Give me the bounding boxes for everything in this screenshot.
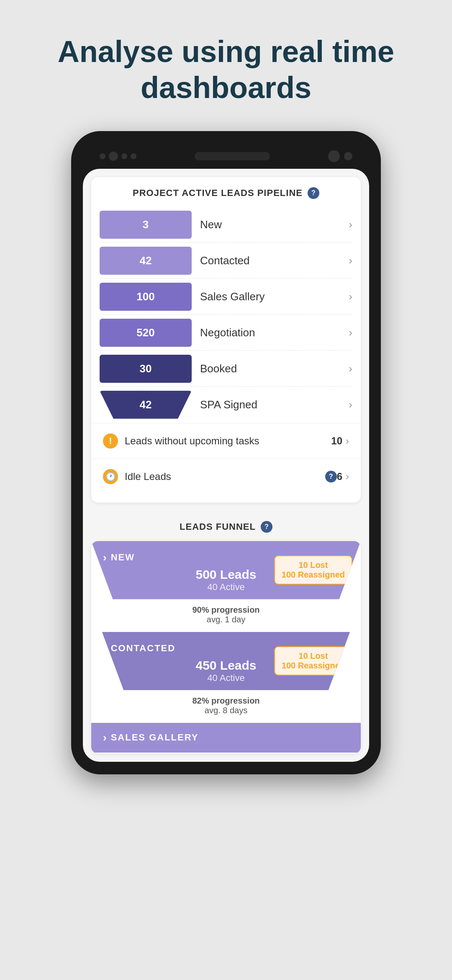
chevron-new: › — [349, 218, 352, 231]
label-spa: SPA Signed — [192, 398, 349, 411]
funnel-contacted-lost: 10 Lost — [282, 651, 345, 661]
bar-booked-container: 30 — [100, 355, 192, 383]
front-camera-small — [100, 153, 105, 159]
funnel-stage-new[interactable]: › NEW 500 Leads 40 Active 10 Lost 100 Re… — [91, 541, 361, 631]
alert-row-idle[interactable]: 🕐 Idle Leads ? 6 › — [91, 459, 361, 494]
funnel-contacted-chevron-icon: › — [103, 642, 107, 655]
bar-new-value: 3 — [143, 218, 149, 231]
bar-negotiation: 520 — [100, 319, 192, 347]
bar-spa-value: 42 — [140, 398, 152, 411]
funnel-title: LEADS FUNNEL — [180, 521, 256, 532]
funnel-new-progression-value: 90% progression — [192, 605, 259, 614]
notch-left-sensors — [100, 152, 136, 161]
rear-camera-secondary — [344, 152, 352, 160]
alert-tasks-count: 10 — [331, 435, 342, 447]
pipeline-row-negotiation[interactable]: 520 Negotiation › — [100, 315, 352, 351]
bar-contacted-value: 42 — [140, 254, 152, 267]
funnel-stage-sales-gallery[interactable]: › SALES GALLERY — [91, 723, 361, 753]
bar-contacted-container: 42 — [100, 247, 192, 275]
funnel-help-icon[interactable]: ? — [261, 521, 272, 533]
pipeline-card: PROJECT ACTIVE LEADS PIPELINE ? 3 New › — [91, 177, 361, 503]
funnel-contacted-progression-value: 82% progression — [192, 696, 259, 705]
funnel-new-chevron-icon: › — [103, 551, 107, 564]
alert-idle-text: Idle Leads — [125, 471, 322, 482]
chevron-sales: › — [349, 290, 352, 303]
funnel-new-lost-badge: 10 Lost 100 Reassigned — [274, 555, 352, 585]
pipeline-row-sales-gallery[interactable]: 100 Sales Gallery › — [100, 279, 352, 315]
clock-icon: 🕐 — [103, 469, 118, 484]
pipeline-bars-list: 3 New › 42 Contacted › — [91, 207, 361, 422]
front-camera-main — [109, 152, 118, 161]
alert-idle-chevron: › — [346, 471, 349, 482]
label-negotiation: Negotiation — [192, 326, 349, 339]
pipeline-row-contacted[interactable]: 42 Contacted › — [100, 243, 352, 279]
funnel-header: LEADS FUNNEL ? — [91, 511, 361, 541]
bar-contacted: 42 — [100, 247, 192, 275]
funnel-stage-contacted[interactable]: › CONTACTED 450 Leads 40 Active 10 Lost … — [91, 632, 361, 722]
funnel-contacted-lost-badge: 10 Lost 100 Reassigned — [274, 646, 352, 676]
chevron-contacted: › — [349, 254, 352, 267]
alert-tasks-text: Leads without upcoming tasks — [125, 435, 331, 447]
pipeline-row-spa-signed[interactable]: 42 SPA Signed › — [100, 387, 352, 422]
pipeline-help-icon[interactable]: ? — [308, 187, 319, 199]
funnel-contacted-reassigned: 100 Reassigned — [282, 661, 345, 671]
label-new: New — [192, 218, 349, 231]
bar-sales-container: 100 — [100, 283, 192, 311]
idle-help-icon[interactable]: ? — [325, 471, 337, 482]
label-contacted: Contacted — [192, 254, 349, 267]
funnel-sales-bar: › SALES GALLERY — [91, 723, 361, 753]
sensor-dot — [121, 153, 127, 159]
funnel-sales-label: › SALES GALLERY — [103, 731, 349, 744]
bar-booked-value: 30 — [140, 362, 152, 375]
funnel-new-name: NEW — [111, 552, 135, 563]
bar-spa-container: 42 — [100, 391, 192, 419]
rear-camera-main — [328, 150, 340, 162]
pipeline-row-booked[interactable]: 30 Booked › — [100, 351, 352, 387]
bar-sales-value: 100 — [136, 290, 154, 303]
phone-screen: PROJECT ACTIVE LEADS PIPELINE ? 3 New › — [83, 169, 369, 762]
funnel-section: LEADS FUNNEL ? › NEW 500 Leads 40 Active… — [83, 511, 369, 762]
funnel-contacted-progression: 82% progression avg. 8 days — [91, 690, 361, 722]
notch-speaker — [195, 152, 270, 160]
funnel-new-bar: › NEW 500 Leads 40 Active 10 Lost 100 Re… — [91, 541, 361, 599]
funnel-contacted-name: CONTACTED — [111, 643, 175, 654]
label-booked: Booked — [192, 362, 349, 375]
chevron-spa: › — [349, 398, 352, 411]
funnel-new-avg: avg. 1 day — [207, 615, 245, 624]
pipeline-row-new[interactable]: 3 New › — [100, 207, 352, 242]
phone-frame: PROJECT ACTIVE LEADS PIPELINE ? 3 New › — [71, 131, 381, 774]
bar-spa: 42 — [100, 391, 192, 419]
funnel-sales-name: SALES GALLERY — [111, 732, 199, 743]
funnel-card: › NEW 500 Leads 40 Active 10 Lost 100 Re… — [91, 541, 361, 753]
chevron-negotiation: › — [349, 326, 352, 339]
bar-booked: 30 — [100, 355, 192, 383]
bar-new: 3 — [100, 211, 192, 239]
phone-notch — [83, 144, 369, 169]
bar-new-container: 3 — [100, 211, 192, 239]
chevron-booked: › — [349, 362, 352, 375]
funnel-new-reassigned: 100 Reassigned — [282, 570, 345, 580]
warning-icon: ! — [103, 433, 118, 449]
notch-right-sensors — [328, 150, 352, 162]
alert-row-tasks[interactable]: ! Leads without upcoming tasks 10 › — [91, 423, 361, 459]
pipeline-header: PROJECT ACTIVE LEADS PIPELINE ? — [91, 177, 361, 207]
funnel-new-lost: 10 Lost — [282, 560, 345, 570]
funnel-contacted-bar: › CONTACTED 450 Leads 40 Active 10 Lost … — [91, 632, 361, 690]
label-sales: Sales Gallery — [192, 290, 349, 303]
alert-tasks-chevron: › — [346, 435, 349, 447]
alert-idle-count: 6 — [337, 471, 342, 482]
bar-negotiation-container: 520 — [100, 319, 192, 347]
funnel-contacted-avg: avg. 8 days — [205, 706, 247, 715]
bar-sales: 100 — [100, 283, 192, 311]
sensor-dot-2 — [131, 153, 136, 159]
bar-negotiation-value: 520 — [136, 326, 154, 339]
funnel-new-progression: 90% progression avg. 1 day — [91, 599, 361, 631]
funnel-sales-chevron-icon: › — [103, 731, 107, 744]
pipeline-title: PROJECT ACTIVE LEADS PIPELINE — [133, 188, 303, 199]
hero-heading: Analyse using real time dashboards — [0, 0, 452, 131]
